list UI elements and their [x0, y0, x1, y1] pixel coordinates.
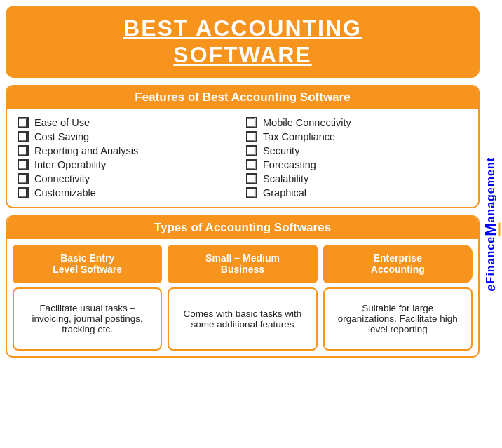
- feature-item: Forecasting: [246, 158, 468, 172]
- features-left: Ease of Use Cost Saving Reporting and An…: [18, 116, 239, 200]
- feature-item: Security: [246, 144, 468, 158]
- main-container: BEST ACCOUNTING SOFTWARE Features of Bes…: [0, 0, 502, 448]
- checkbox-icon: [246, 159, 257, 170]
- sidebar-brand: eFinanceManagement: [481, 0, 501, 448]
- checkbox-icon: [246, 117, 257, 128]
- type-header-basic: Basic EntryLevel Software: [13, 245, 162, 283]
- chevron-basic: Basic EntryLevel Software: [13, 245, 162, 283]
- types-labels-row: Basic EntryLevel Software Small – Medium…: [7, 239, 478, 283]
- feature-item: Inter Operability: [18, 158, 239, 172]
- checkbox-icon: [18, 187, 29, 198]
- types-desc-row: Facilitate usual tasks – invoicing, jour…: [7, 283, 478, 356]
- checkbox-icon: [18, 159, 29, 170]
- type-header-enterprise: EnterpriseAccounting: [323, 245, 473, 283]
- features-section: Features of Best Accounting Software Eas…: [6, 85, 480, 208]
- checkbox-icon: [18, 173, 29, 184]
- checkbox-icon: [18, 131, 29, 142]
- checkbox-icon: [246, 187, 257, 198]
- page-title: BEST ACCOUNTING SOFTWARE: [22, 15, 463, 69]
- feature-item: Graphical: [246, 186, 468, 200]
- type-desc-enterprise: Suitable for large organizations. Facili…: [323, 287, 473, 351]
- checkbox-icon: [18, 117, 29, 128]
- feature-item: Connectivity: [18, 172, 239, 186]
- feature-item: Mobile Connectivity: [246, 116, 468, 130]
- feature-item: Scalability: [246, 172, 468, 186]
- feature-item: Tax Compliance: [246, 130, 468, 144]
- features-grid: Ease of Use Cost Saving Reporting and An…: [7, 109, 478, 207]
- features-header: Features of Best Accounting Software: [7, 86, 478, 109]
- type-desc-basic: Facilitate usual tasks – invoicing, jour…: [13, 287, 162, 351]
- feature-item: Customizable: [18, 186, 239, 200]
- brand-text: eFinanceManagement: [482, 157, 500, 291]
- feature-item: Cost Saving: [18, 130, 239, 144]
- types-section: Types of Accounting Softwares Basic Entr…: [6, 215, 480, 358]
- features-right: Mobile Connectivity Tax Compliance Secur…: [246, 116, 468, 200]
- types-header: Types of Accounting Softwares: [7, 217, 478, 239]
- title-box: BEST ACCOUNTING SOFTWARE: [6, 6, 480, 78]
- chevron-enterprise: EnterpriseAccounting: [323, 245, 473, 283]
- type-desc-smb: Comes with basic tasks with some additio…: [168, 287, 317, 351]
- checkbox-icon: [246, 145, 257, 156]
- checkbox-icon: [246, 173, 257, 184]
- feature-item: Ease of Use: [18, 116, 239, 130]
- checkbox-icon: [246, 131, 257, 142]
- feature-item: Reporting and Analysis: [18, 144, 239, 158]
- type-header-smb: Small – MediumBusiness: [168, 245, 317, 283]
- checkbox-icon: [18, 145, 29, 156]
- chevron-smb: Small – MediumBusiness: [168, 245, 317, 283]
